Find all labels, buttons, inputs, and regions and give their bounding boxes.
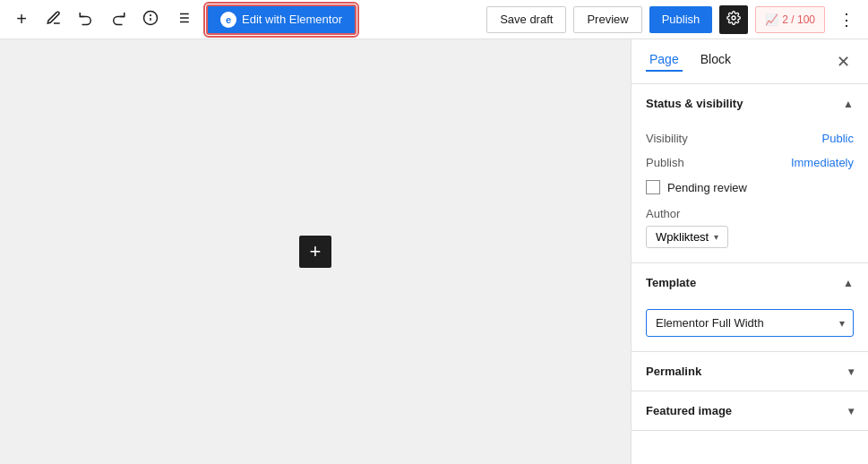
svg-point-9 — [732, 16, 735, 20]
elementor-logo-icon: e — [220, 12, 236, 28]
publish-label: Publish — [662, 13, 700, 26]
close-icon: ✕ — [837, 52, 850, 72]
info-button[interactable] — [136, 5, 165, 34]
settings-button[interactable] — [719, 5, 748, 34]
template-select[interactable]: Elementor Full Width Default Elementor C… — [646, 309, 854, 337]
pending-review-label: Pending review — [667, 181, 747, 194]
editor-canvas: + — [0, 39, 631, 464]
edit-with-elementor-button[interactable]: e Edit with Elementor — [206, 4, 357, 35]
tab-page[interactable]: Page — [646, 52, 683, 72]
pencil-icon — [46, 10, 62, 30]
template-header[interactable]: Template ▲ — [632, 263, 868, 302]
publish-value[interactable]: Immediately — [791, 156, 854, 169]
toolbar: + e Edit with Elementor Save draft — [0, 0, 868, 39]
pending-review-row: Pending review — [646, 175, 854, 200]
redo-button[interactable] — [104, 5, 133, 34]
sidebar-close-button[interactable]: ✕ — [832, 51, 854, 73]
add-block-canvas-button[interactable]: + — [299, 236, 331, 268]
template-section: Template ▲ Elementor Full Width Default … — [632, 263, 868, 352]
block-list-button[interactable] — [168, 5, 197, 34]
permalink-section: Permalink ▾ — [632, 352, 868, 391]
settings-sidebar: Page Block ✕ Status & visibility ▲ Visib… — [631, 39, 868, 464]
redo-icon — [110, 10, 126, 30]
publish-button[interactable]: Publish — [649, 6, 713, 33]
save-draft-label: Save draft — [500, 13, 553, 26]
preview-label: Preview — [587, 13, 628, 26]
author-dropdown-arrow: ▾ — [714, 232, 718, 242]
template-select-wrapper: Elementor Full Width Default Elementor C… — [646, 309, 854, 337]
status-visibility-header[interactable]: Status & visibility ▲ — [632, 84, 868, 123]
author-value: Wpkliktest — [656, 230, 709, 244]
visibility-row: Visibility Public — [646, 126, 854, 150]
status-visibility-section: Status & visibility ▲ Visibility Public … — [632, 84, 868, 263]
seo-score-button[interactable]: 📈 2 / 100 — [755, 6, 825, 33]
tools-button[interactable] — [39, 5, 68, 34]
featured-image-header[interactable]: Featured image ▾ — [632, 391, 868, 430]
publish-label-field: Publish — [646, 156, 684, 169]
featured-image-chevron-down-icon: ▾ — [848, 405, 854, 417]
chevron-up-icon: ▲ — [843, 98, 854, 110]
info-icon — [142, 10, 159, 30]
more-options-button[interactable]: ⋮ — [832, 5, 861, 34]
permalink-chevron-down-icon: ▾ — [848, 365, 854, 378]
seo-score-label: 2 / 100 — [782, 13, 815, 26]
featured-image-section: Featured image ▾ — [632, 391, 868, 431]
template-content: Elementor Full Width Default Elementor C… — [632, 302, 868, 351]
add-block-toolbar-button[interactable]: + — [7, 5, 36, 34]
preview-button[interactable]: Preview — [573, 6, 641, 33]
list-icon — [175, 10, 191, 30]
plus-icon: + — [16, 9, 27, 30]
visibility-label: Visibility — [646, 132, 688, 145]
status-visibility-title: Status & visibility — [646, 97, 743, 110]
template-title: Template — [646, 276, 696, 289]
add-block-icon: + — [310, 240, 322, 263]
permalink-title: Permalink — [646, 365, 701, 378]
chart-icon: 📈 — [765, 13, 778, 26]
save-draft-button[interactable]: Save draft — [486, 6, 566, 33]
sidebar-header: Page Block ✕ — [632, 39, 868, 84]
undo-button[interactable] — [72, 5, 100, 34]
status-visibility-content: Visibility Public Publish Immediately Pe… — [632, 123, 868, 262]
template-chevron-up-icon: ▲ — [843, 277, 854, 289]
publish-row: Publish Immediately — [646, 150, 854, 175]
featured-image-title: Featured image — [646, 404, 732, 417]
gear-icon — [726, 11, 741, 29]
main-area: + Page Block ✕ Status & visibility ▲ — [0, 39, 868, 464]
sidebar-tabs: Page Block — [646, 52, 832, 72]
permalink-header[interactable]: Permalink ▾ — [632, 352, 868, 391]
author-label: Author — [646, 207, 854, 220]
pending-review-checkbox[interactable] — [646, 180, 660, 194]
undo-icon — [78, 10, 94, 30]
author-select[interactable]: Wpkliktest ▾ — [646, 226, 728, 248]
more-icon: ⋮ — [838, 10, 855, 30]
tab-block[interactable]: Block — [697, 52, 735, 72]
edit-with-elementor-label: Edit with Elementor — [242, 13, 342, 26]
visibility-value[interactable]: Public — [822, 132, 854, 145]
